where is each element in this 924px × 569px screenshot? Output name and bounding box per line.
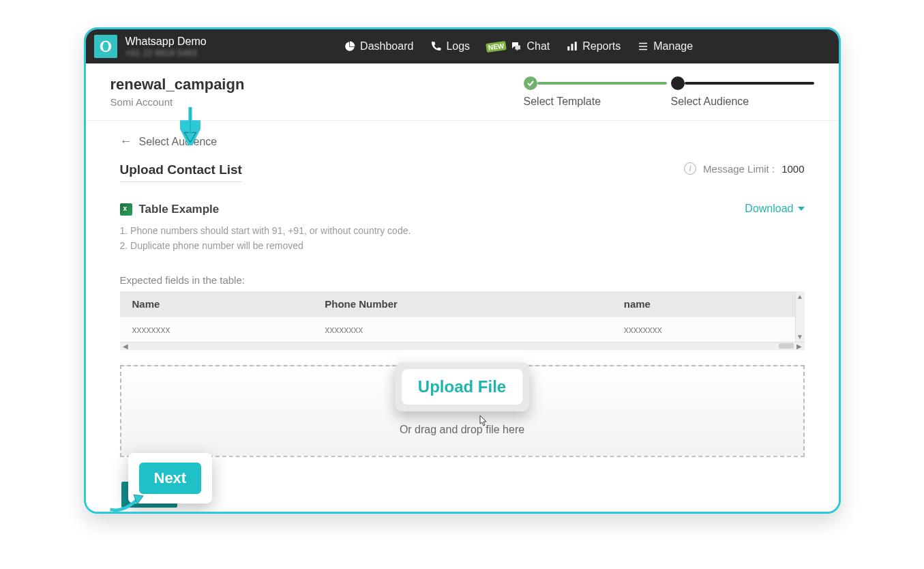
excel-icon [120,203,132,216]
example-table: Name Phone Number name xxxxxxxx xxxxxxxx… [120,291,805,342]
scroll-right-icon[interactable]: ▶ [796,342,802,350]
brand-logo-icon [94,35,117,58]
brand-phone: +91 22 6919 5483 [125,48,207,59]
nav-reports[interactable]: Reports [566,40,621,53]
svg-rect-3 [575,42,577,50]
nav-reports-label: Reports [582,40,621,53]
table-example-title: Table Example [139,203,220,216]
nav-dashboard[interactable]: Dashboard [344,40,413,53]
nav-chat-label: Chat [526,40,550,53]
main-content: ← Select Audience Upload Contact List i … [86,121,839,512]
download-label: Download [745,203,793,215]
step-connector-2 [685,82,814,85]
section-title: Upload Contact List [120,162,242,182]
table-header-row: Name Phone Number name [120,291,805,317]
expected-fields-label: Expected fields in the table: [120,274,805,286]
svg-rect-1 [567,46,569,50]
scroll-up-icon[interactable]: ▲ [796,293,803,300]
vertical-scrollbar[interactable]: ▲ ▼ [795,291,805,342]
chevron-down-icon [798,207,805,211]
nav-logs-label: Logs [446,40,470,53]
pie-icon [344,40,356,53]
chat-icon [510,40,522,53]
col-name: Name [120,291,313,317]
chart-icon [566,40,578,53]
step1-dot-complete-icon [524,76,537,90]
cell-name: xxxxxxxx [120,317,313,342]
scroll-thumb[interactable] [779,343,794,349]
message-limit: i Message Limit : 1000 [684,162,804,175]
horizontal-scrollbar[interactable]: ◀ ▶ [120,342,805,350]
step2-label: Select Audience [671,96,749,108]
back-label: Select Audience [139,136,218,148]
cell-name2: xxxxxxxx [612,317,805,342]
new-badge: NEW [486,41,507,53]
info-icon: i [684,162,696,175]
step2-dot-active-icon [671,76,685,90]
note-1: 1. Phone numbers should start with 91, +… [120,223,411,238]
nav-manage[interactable]: Manage [637,40,693,53]
file-dropzone[interactable]: Upload File Or drag and drop file here [120,365,805,457]
back-link[interactable]: ← Select Audience [120,134,805,149]
note-2: 2. Duplicate phone number will be remove… [120,238,411,253]
progress-stepper: Select Template Select Audience [524,76,814,108]
top-navbar: Whatsapp Demo +91 22 6919 5483 Dashboard… [86,29,839,63]
scroll-down-icon[interactable]: ▼ [796,333,803,340]
next-callout: Next [128,453,213,504]
col-phone: Phone Number [312,291,612,317]
drag-drop-text: Or drag and drop file here [400,424,524,436]
limit-value: 1000 [781,163,804,175]
campaign-name: renewal_campaign [110,76,245,93]
svg-rect-2 [571,44,573,50]
upload-callout: Upload File [395,362,529,411]
nav-manage-label: Manage [653,40,693,53]
page-header: renewal_campaign Somi Account Select Tem… [86,63,839,121]
step1-label: Select Template [524,96,601,108]
table-row: xxxxxxxx xxxxxxxx xxxxxxxx [120,317,805,342]
brand-title: Whatsapp Demo [125,35,207,48]
hamburger-icon [637,40,649,53]
limit-label: Message Limit : [703,163,775,175]
step-connector-1 [537,82,667,85]
scroll-left-icon[interactable]: ◀ [123,342,128,350]
col-name2: name [612,291,805,317]
nav-chat[interactable]: NEW Chat [486,40,550,53]
upload-file-button[interactable]: Upload File [403,370,521,403]
nav-logs[interactable]: Logs [430,40,470,53]
cursor-pointer-icon [476,414,490,434]
arrow-left-icon: ← [120,134,132,149]
phone-icon [430,40,442,53]
next-button[interactable]: Next [139,463,202,494]
example-table-wrap: Name Phone Number name xxxxxxxx xxxxxxxx… [120,291,805,350]
nav-dashboard-label: Dashboard [360,40,413,53]
account-name: Somi Account [110,96,245,108]
app-frame: Whatsapp Demo +91 22 6919 5483 Dashboard… [84,27,841,514]
cell-phone: xxxxxxxx [312,317,612,342]
download-link[interactable]: Download [745,203,804,215]
